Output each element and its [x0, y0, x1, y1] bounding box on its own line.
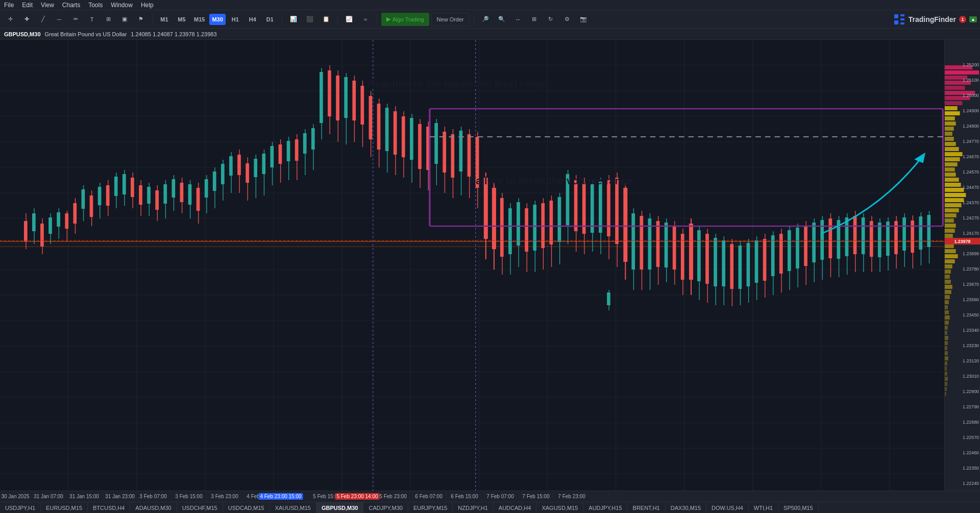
tab-brent[interactable]: BRENT,H1: [628, 502, 666, 514]
svg-rect-285: [945, 157, 960, 161]
hline-tool[interactable]: ─: [52, 12, 66, 27]
screenshot-btn[interactable]: 📷: [576, 12, 591, 27]
template-btn[interactable]: 📋: [319, 12, 333, 27]
tf-h1[interactable]: H1: [228, 14, 243, 25]
chart-main[interactable]: Reaction to the maximum level range Fail…: [0, 40, 944, 491]
svg-text:1.23010: 1.23010: [963, 374, 979, 379]
svg-rect-322: [945, 346, 947, 350]
svg-text:1.22350: 1.22350: [963, 466, 979, 471]
svg-rect-65: [122, 174, 126, 194]
compare-btn[interactable]: ≈: [358, 12, 373, 27]
svg-rect-0: [894, 14, 898, 18]
fib-tool[interactable]: ⊞: [101, 12, 115, 27]
svg-rect-297: [945, 218, 954, 223]
tab-usdchf[interactable]: USDCHF,M15: [177, 502, 223, 514]
new-order-btn[interactable]: New Order: [431, 13, 470, 26]
svg-text:1.23780: 1.23780: [963, 266, 979, 272]
tab-audjpy[interactable]: AUDJPY,H15: [583, 502, 627, 514]
svg-rect-63: [114, 177, 118, 196]
menu-view[interactable]: View: [41, 2, 54, 9]
tab-xauusd[interactable]: XAUUSD,M15: [270, 502, 316, 514]
tab-usdjpy[interactable]: USDJPY,H1: [0, 502, 41, 514]
tab-wti[interactable]: WTI,H1: [749, 502, 778, 514]
zoom-out[interactable]: 🔎: [478, 12, 493, 27]
svg-rect-117: [336, 76, 339, 120]
tab-dax30[interactable]: DAX30,M15: [666, 502, 706, 514]
indicator-btn[interactable]: 📈: [342, 12, 356, 27]
tab-cadjpy[interactable]: CADJPY,M30: [363, 502, 408, 514]
line-tool[interactable]: ╱: [36, 12, 50, 27]
pencil-tool[interactable]: ✏: [68, 12, 83, 27]
shapes-tool[interactable]: ▣: [117, 12, 132, 27]
tab-sp500[interactable]: SP500,M15: [778, 502, 818, 514]
svg-rect-3: [894, 20, 898, 25]
sep1: [152, 14, 153, 25]
menu-charts[interactable]: Charts: [62, 2, 80, 9]
svg-text:1.22900: 1.22900: [963, 389, 979, 394]
svg-rect-121: [352, 81, 356, 120]
tf-m1[interactable]: M1: [157, 14, 172, 25]
menu-help[interactable]: Help: [141, 2, 154, 9]
sep5: [474, 14, 474, 25]
menu-tools[interactable]: Tools: [88, 2, 103, 9]
tab-usdcad[interactable]: USDCAD,M15: [223, 502, 270, 514]
svg-rect-303: [945, 249, 956, 253]
tab-nzdjpy[interactable]: NZDJPY,H1: [453, 502, 493, 514]
menu-edit[interactable]: Edit: [22, 2, 33, 9]
tf-h4[interactable]: H4: [245, 14, 260, 25]
svg-rect-161: [517, 202, 520, 246]
algo-trading-btn[interactable]: ▶ Algo Trading: [381, 13, 429, 26]
svg-rect-111: [311, 128, 315, 150]
chart-type[interactable]: 📊: [286, 12, 301, 27]
refresh-btn[interactable]: ↻: [544, 12, 558, 27]
time-label-9h: 5 Feb 23:00 14:00: [335, 493, 379, 500]
tf-m30[interactable]: M30: [209, 14, 225, 25]
svg-rect-268: [945, 70, 979, 75]
zoom-in[interactable]: 🔍: [495, 12, 509, 27]
svg-text:1.25200: 1.25200: [963, 62, 979, 67]
svg-rect-43: [32, 213, 36, 231]
svg-rect-199: [673, 226, 676, 270]
chart-style[interactable]: ⬛: [303, 12, 317, 27]
svg-rect-279: [945, 127, 954, 131]
svg-rect-205: [697, 230, 701, 281]
cursor-tool[interactable]: ✛: [3, 12, 17, 27]
tab-eurjpy[interactable]: EURJPY,M15: [408, 502, 453, 514]
svg-rect-81: [188, 184, 192, 205]
tab-xagusd[interactable]: XAGUSD,M15: [536, 502, 583, 514]
svg-text:1.25100: 1.25100: [963, 78, 979, 83]
auto-scroll[interactable]: ↔: [511, 12, 525, 27]
svg-rect-211: [722, 240, 725, 286]
svg-rect-331: [945, 392, 946, 396]
grid-btn[interactable]: ⊞: [527, 12, 542, 27]
tf-d1[interactable]: D1: [262, 14, 278, 25]
menu-window[interactable]: Window: [111, 2, 133, 9]
menu-file[interactable]: File: [4, 2, 14, 9]
svg-rect-53: [73, 203, 77, 224]
svg-rect-145: [451, 134, 454, 178]
tab-adausd[interactable]: ADAUSD,M30: [130, 502, 177, 514]
tab-dowus[interactable]: DOW.US,H4: [706, 502, 749, 514]
tf-m15[interactable]: M15: [191, 14, 207, 25]
flag-tool[interactable]: ⚑: [134, 12, 148, 27]
tf-m5[interactable]: M5: [174, 14, 189, 25]
svg-rect-223: [771, 235, 775, 276]
tab-btcusd[interactable]: BTCUSD,H4: [88, 502, 130, 514]
tab-audcad[interactable]: AUDCAD,H4: [494, 502, 537, 514]
crosshair-tool[interactable]: ✚: [19, 12, 34, 27]
svg-rect-306: [945, 264, 952, 268]
svg-rect-286: [945, 162, 958, 166]
svg-rect-229: [796, 228, 799, 268]
text-tool[interactable]: T: [85, 12, 99, 27]
time-label-8h: 4 Feb 23:00 15:00: [258, 493, 303, 500]
svg-rect-276: [945, 111, 960, 115]
svg-rect-79: [180, 183, 184, 202]
tab-gbpusd[interactable]: GBPUSD,M30: [316, 502, 364, 514]
time-label-10: 5 Feb 23:00: [379, 494, 406, 499]
settings-btn[interactable]: ⚙: [560, 12, 574, 27]
svg-text:1.25000: 1.25000: [963, 93, 979, 98]
tab-eurusd[interactable]: EURUSD,M15: [41, 502, 88, 514]
time-label-3: 31 Jan 23:00: [105, 494, 135, 499]
svg-rect-271: [945, 86, 965, 90]
svg-rect-163: [525, 208, 528, 252]
